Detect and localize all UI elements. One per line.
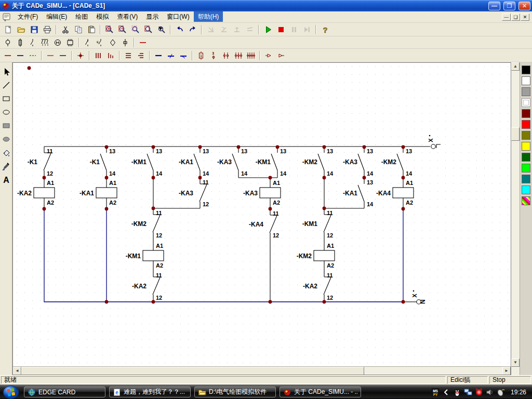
eyedropper-tool[interactable]: [1, 161, 11, 171]
color-swatch[interactable]: [522, 185, 530, 194]
contact-KA2[interactable]: 1112-KA2: [303, 271, 333, 302]
contact-nc-button[interactable]: [26, 37, 39, 48]
horizontal-scrollbar[interactable]: ◄ ►: [13, 366, 511, 375]
diamond-button[interactable]: [107, 37, 119, 48]
contact-KM1[interactable]: 1112-KM1: [302, 208, 334, 240]
zoom-select-button[interactable]: [155, 24, 168, 35]
sim-a-button[interactable]: [204, 24, 217, 35]
scroll-left-arrow[interactable]: ◄: [13, 367, 21, 375]
line-blue-button[interactable]: [14, 50, 26, 61]
sim-b-button[interactable]: [217, 24, 230, 35]
wire-blue-slash-button[interactable]: [165, 50, 177, 61]
restore-button[interactable]: ❐: [503, 2, 515, 10]
mouse-icon[interactable]: [497, 388, 505, 396]
contact-K1[interactable]: 1314-K1: [90, 147, 116, 178]
vertical-scroll-thumb[interactable]: [511, 127, 520, 141]
gate-left-button[interactable]: [262, 50, 275, 61]
menu-编辑E[interactable]: 编辑(E): [42, 11, 71, 22]
menu-查看V[interactable]: 查看(V): [113, 11, 142, 22]
lamp-button[interactable]: [2, 37, 14, 48]
line-green-dash-button[interactable]: [26, 50, 39, 61]
scroll-down-arrow[interactable]: ▼: [511, 358, 520, 367]
line-black-button[interactable]: [57, 50, 69, 61]
menu-帮助H[interactable]: 帮助(H): [194, 11, 223, 22]
horizontal-scroll-thumb[interactable]: [21, 367, 364, 375]
rect-tool[interactable]: [1, 94, 11, 104]
wire-red-button[interactable]: [137, 37, 149, 48]
close-button[interactable]: ✕: [518, 2, 530, 10]
network-icon[interactable]: [464, 388, 472, 396]
num-box-button[interactable]: 1: [195, 50, 207, 61]
color-swatch[interactable]: [522, 153, 530, 162]
color-swatch[interactable]: [522, 109, 530, 118]
contact-KA1[interactable]: 1314-KA1: [179, 147, 209, 178]
coil-KM1[interactable]: A1A2-KM1: [126, 243, 164, 269]
coil-KA1[interactable]: A1A2-KA1: [79, 180, 117, 206]
menu-文件F[interactable]: 文件(F): [14, 11, 42, 22]
qq-icon[interactable]: [453, 388, 461, 396]
new-button[interactable]: [2, 24, 15, 35]
select-tool[interactable]: [1, 66, 11, 77]
color-swatch[interactable]: [522, 196, 530, 205]
mdi-minimize-button[interactable]: —: [502, 14, 511, 21]
contact-KA3[interactable]: 1314-KA3: [217, 147, 248, 178]
contact-KM1[interactable]: 1314-KM1: [256, 147, 287, 178]
copy-button[interactable]: [72, 24, 85, 35]
color-swatch[interactable]: [522, 131, 530, 140]
print-button[interactable]: [41, 24, 54, 35]
vertical-scrollbar[interactable]: ▲ ▼: [511, 62, 520, 375]
taskbar-button[interactable]: e难题，难到我了？？...: [109, 387, 191, 397]
zoom-window-button[interactable]: [129, 24, 142, 35]
contact-KA4[interactable]: 1112-KA4: [249, 209, 279, 240]
scroll-right-arrow[interactable]: ►: [502, 367, 511, 375]
line-tool[interactable]: [1, 80, 11, 90]
zoom-page-button[interactable]: [142, 24, 155, 35]
color-swatch[interactable]: [522, 87, 530, 96]
color-swatch[interactable]: [522, 98, 530, 107]
open-button[interactable]: [15, 24, 28, 35]
contact-KA2[interactable]: 1112-KA2: [132, 271, 162, 302]
contact-KM2[interactable]: 1314-KM2: [302, 147, 334, 178]
coil-KA3[interactable]: A1A2-KA3: [243, 180, 281, 206]
step-button[interactable]: [300, 24, 313, 35]
taskbar-button[interactable]: EDGE CARD: [24, 387, 105, 397]
motor-button[interactable]: [51, 37, 64, 48]
scroll-up-arrow[interactable]: ▲: [511, 62, 520, 71]
terminal-button[interactable]: [119, 37, 131, 48]
coil-KM2[interactable]: A1A2-KM2: [297, 243, 335, 269]
cut-button[interactable]: [59, 24, 72, 35]
contact-KA3[interactable]: 1112-KA3: [179, 178, 209, 208]
switch-button[interactable]: [82, 37, 94, 48]
color-swatch[interactable]: [522, 164, 530, 172]
contact-KA3[interactable]: 1314-KA3: [343, 147, 374, 178]
ellipse-tool[interactable]: [1, 107, 11, 117]
drawing-canvas[interactable]: 1112-K11314-K11314-KM11314-KA11314-KA313…: [12, 62, 511, 375]
color-swatch[interactable]: [522, 142, 530, 151]
save-button[interactable]: [28, 24, 41, 35]
contact-KM2[interactable]: 1314-KM2: [381, 147, 413, 178]
color-swatch[interactable]: [522, 120, 530, 129]
start-button[interactable]: [2, 385, 20, 399]
gate-right-button[interactable]: [275, 50, 287, 61]
line-red-thin-button[interactable]: [44, 50, 57, 61]
color-swatch[interactable]: [522, 65, 530, 74]
hlines-left-button[interactable]: [122, 50, 135, 61]
switch-label-button[interactable]: E: [94, 37, 107, 48]
num-contact-button[interactable]: 1: [207, 50, 220, 61]
play-button[interactable]: [261, 24, 274, 35]
bars-3-button[interactable]: [92, 50, 104, 61]
menu-窗口W[interactable]: 窗口(W): [163, 11, 193, 22]
sim-d-button[interactable]: [243, 24, 256, 35]
fuse-button[interactable]: [14, 37, 26, 48]
undo-button[interactable]: [173, 24, 186, 35]
alarm-icon[interactable]: [475, 388, 483, 396]
zoom-out-button[interactable]: [116, 24, 129, 35]
bars-3-small-button[interactable]: [104, 50, 117, 61]
chevron-icon[interactable]: [442, 388, 450, 396]
taskbar-button[interactable]: 关于 CADe_SIMU... - ...: [280, 387, 361, 397]
ellipse-filled-tool[interactable]: [1, 134, 11, 144]
wire-blue-tick-button[interactable]: [177, 50, 190, 61]
mdi-restore-button[interactable]: ❏: [511, 14, 520, 21]
rect-filled-tool[interactable]: [1, 121, 11, 131]
text-tool[interactable]: A: [1, 175, 11, 185]
